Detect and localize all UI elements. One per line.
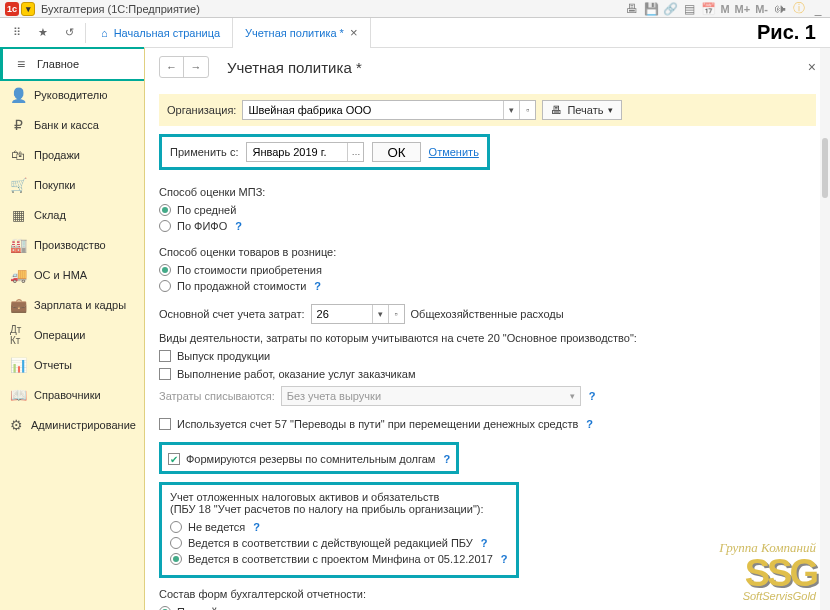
window-titlebar: 1c ▾ Бухгалтерия (1С:Предприятие) 🖶 💾 🔗 …	[0, 0, 830, 18]
window-title: Бухгалтерия (1С:Предприятие)	[41, 3, 200, 15]
check-works[interactable]: Выполнение работ, оказание услуг заказчи…	[159, 366, 816, 382]
sidebar-item-assets[interactable]: 🚚ОС и НМА	[0, 260, 144, 290]
sidebar-item-reports[interactable]: 📊Отчеты	[0, 350, 144, 380]
date-picker-icon[interactable]: …	[347, 143, 363, 161]
chevron-down-icon[interactable]: ▾	[372, 305, 388, 323]
apply-from-box: Применить с: … ОК Отменить	[159, 134, 490, 170]
chevron-down-icon: ▾	[608, 105, 613, 115]
apps-icon[interactable]: ⠿	[4, 20, 30, 46]
radio-mpz-avg[interactable]: По средней	[159, 202, 816, 218]
tab-home[interactable]: ⌂ Начальная страница	[89, 18, 233, 48]
help-icon[interactable]: ?	[314, 280, 321, 292]
m-button[interactable]: М	[720, 3, 729, 15]
sidebar-item-purchases[interactable]: 🛒Покупки	[0, 170, 144, 200]
radio-retail-sale[interactable]: По продажной стоимости?	[159, 278, 816, 294]
print-icon[interactable]: 🖶	[625, 2, 639, 16]
m-minus-button[interactable]: М-	[755, 3, 768, 15]
check-output[interactable]: Выпуск продукции	[159, 348, 816, 364]
sidebar-item-operations[interactable]: Дт КтОперации	[0, 320, 144, 350]
help-icon[interactable]: ?	[253, 521, 260, 533]
cancel-link[interactable]: Отменить	[429, 146, 479, 158]
page-close-button[interactable]: ×	[808, 59, 816, 75]
org-combo[interactable]: ▾ ▫	[242, 100, 536, 120]
save-icon[interactable]: 💾	[644, 2, 658, 16]
sidebar: ≡Главное 👤Руководителю ₽Банк и касса 🛍Пр…	[0, 48, 145, 610]
apply-date-input[interactable]: …	[246, 142, 364, 162]
open-icon[interactable]: ▫	[519, 101, 535, 119]
sidebar-item-main[interactable]: ≡Главное	[0, 47, 144, 81]
sidebar-item-warehouse[interactable]: ▦Склад	[0, 200, 144, 230]
sidebar-item-production[interactable]: 🏭Производство	[0, 230, 144, 260]
bag-icon: 🛍	[10, 147, 26, 163]
checkbox-icon	[168, 453, 180, 465]
history-icon[interactable]: ↺	[56, 20, 82, 46]
account-desc: Общехозяйственные расходы	[411, 308, 564, 320]
writeoff-row: Затраты списываются: Без учета выручки ▾…	[159, 386, 816, 406]
sidebar-item-admin[interactable]: ⚙Администрирование	[0, 410, 144, 440]
help-icon[interactable]: ?	[586, 418, 593, 430]
radio-icon	[159, 204, 171, 216]
help-icon[interactable]: ?	[589, 390, 596, 402]
sidebar-item-manager[interactable]: 👤Руководителю	[0, 80, 144, 110]
sound-icon[interactable]: 🕪	[773, 2, 787, 16]
help-icon[interactable]: ?	[443, 453, 450, 465]
radio-dt-project[interactable]: Ведется в соответствии с проектом Минфин…	[170, 551, 508, 567]
main-content: ← → Учетная политика * × Организация: ▾ …	[145, 48, 830, 610]
tab-accounting-policy[interactable]: Учетная политика * ×	[233, 18, 370, 48]
menu-icon: ≡	[13, 56, 29, 72]
calendar-icon[interactable]: 📅	[701, 2, 715, 16]
scrollbar-thumb[interactable]	[822, 138, 828, 198]
radio-icon	[159, 264, 171, 276]
scrollbar[interactable]	[820, 48, 830, 610]
sidebar-item-salary[interactable]: 💼Зарплата и кадры	[0, 290, 144, 320]
account-input[interactable]: ▾ ▫	[311, 304, 405, 324]
help-icon[interactable]: ?	[501, 553, 508, 565]
radio-dt-current[interactable]: Ведется в соответствии с действующей ред…	[170, 535, 508, 551]
forward-button[interactable]: →	[184, 57, 208, 77]
open-icon[interactable]: ▫	[388, 305, 404, 323]
briefcase-icon: 💼	[10, 297, 26, 313]
checkbox-icon	[159, 368, 171, 380]
help-icon[interactable]: ⓘ	[792, 2, 806, 16]
sidebar-item-catalogs[interactable]: 📖Справочники	[0, 380, 144, 410]
radio-retail-cost[interactable]: По стоимости приобретения	[159, 262, 816, 278]
account-row: Основной счет учета затрат: ▾ ▫ Общехозя…	[159, 304, 816, 324]
close-icon[interactable]: ×	[350, 25, 358, 40]
chevron-down-icon[interactable]: ▾	[503, 101, 519, 119]
calc-icon[interactable]: ▤	[682, 2, 696, 16]
book-icon: 📖	[10, 387, 26, 403]
truck-icon: 🚚	[10, 267, 26, 283]
check-acc57[interactable]: Используется счет 57 "Переводы в пути" п…	[159, 416, 816, 432]
m-plus-button[interactable]: М+	[735, 3, 751, 15]
person-icon: 👤	[10, 87, 26, 103]
help-icon[interactable]: ?	[481, 537, 488, 549]
tab-active-label: Учетная политика *	[245, 27, 344, 39]
report-title: Состав форм бухгалтерской отчетности:	[159, 588, 816, 600]
writeoff-label: Затраты списываются:	[159, 390, 275, 402]
print-button[interactable]: 🖶 Печать ▾	[542, 100, 622, 120]
star-icon[interactable]: ★	[30, 20, 56, 46]
ok-button[interactable]: ОК	[372, 142, 420, 162]
check-reserves[interactable]: Формируются резервы по сомнительным долг…	[168, 451, 450, 467]
help-icon[interactable]: ?	[235, 220, 242, 232]
retail-title: Способ оценки товаров в рознице:	[159, 246, 816, 258]
home-icon: ⌂	[101, 27, 108, 39]
titlebar-right: 🖶 💾 🔗 ▤ 📅 М М+ М- 🕪 ⓘ _	[625, 2, 825, 16]
tab-home-label: Начальная страница	[114, 27, 220, 39]
dropdown-icon[interactable]: ▾	[21, 2, 35, 16]
app-icon-1c: 1c	[5, 2, 19, 16]
radio-icon	[170, 553, 182, 565]
radio-mpz-fifo[interactable]: По ФИФО?	[159, 218, 816, 234]
link-icon[interactable]: 🔗	[663, 2, 677, 16]
sidebar-item-sales[interactable]: 🛍Продажи	[0, 140, 144, 170]
checkbox-icon	[159, 418, 171, 430]
radio-dt-none[interactable]: Не ведется?	[170, 519, 508, 535]
back-button[interactable]: ←	[160, 57, 184, 77]
radio-report-full[interactable]: Полный	[159, 604, 816, 610]
minimize-icon[interactable]: _	[811, 2, 825, 16]
org-input[interactable]	[243, 101, 503, 119]
sidebar-item-bank[interactable]: ₽Банк и касса	[0, 110, 144, 140]
apply-label: Применить с:	[170, 146, 238, 158]
org-row: Организация: ▾ ▫ 🖶 Печать ▾	[159, 94, 816, 126]
printer-icon: 🖶	[551, 104, 562, 116]
